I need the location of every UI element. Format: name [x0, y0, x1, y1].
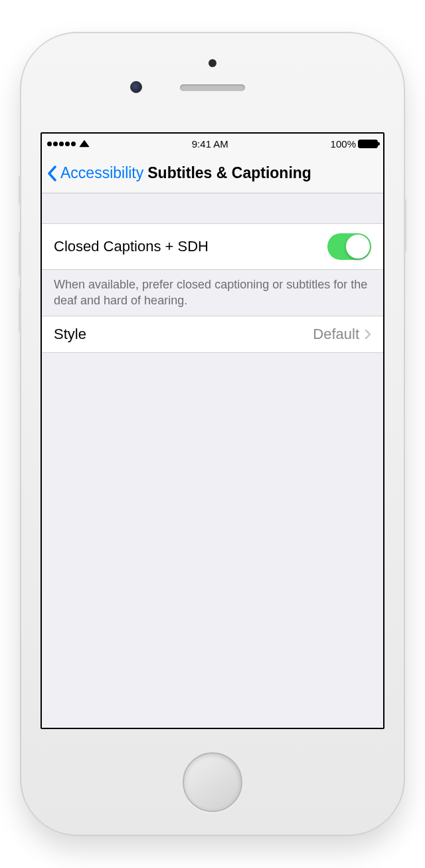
toggle-knob: [346, 235, 370, 259]
status-right: 100%: [331, 138, 378, 150]
chevron-right-icon: [365, 329, 371, 340]
chevron-left-icon: [47, 165, 58, 181]
signal-strength-icon: [47, 142, 76, 146]
wifi-icon: [79, 140, 90, 148]
volume-down-button: [19, 288, 21, 332]
earpiece-speaker: [180, 84, 245, 91]
section-spacer: [42, 193, 383, 223]
status-time: 9:41 AM: [192, 138, 228, 150]
phone-frame: 9:41 AM 100% Accessibility Subtitles & C…: [20, 32, 405, 836]
page-title: Subtitles & Captioning: [147, 164, 311, 182]
closed-captions-footer: When available, prefer closed captioning…: [42, 270, 383, 316]
home-button[interactable]: [183, 752, 242, 812]
back-label: Accessibility: [60, 164, 143, 182]
style-label: Style: [54, 326, 86, 343]
navigation-bar: Accessibility Subtitles & Captioning: [42, 154, 383, 193]
closed-captions-toggle[interactable]: [327, 233, 371, 260]
content-area: Closed Captions + SDH When available, pr…: [42, 193, 383, 728]
style-row[interactable]: Style Default: [42, 316, 383, 353]
proximity-sensor: [209, 59, 216, 67]
volume-up-button: [19, 232, 21, 276]
closed-captions-row: Closed Captions + SDH: [42, 223, 383, 270]
closed-captions-label: Closed Captions + SDH: [54, 238, 209, 255]
battery-percent: 100%: [331, 138, 356, 150]
battery-icon: [358, 140, 378, 148]
style-value-wrap: Default: [313, 326, 371, 343]
status-left: [47, 140, 90, 148]
power-button: [404, 199, 406, 252]
back-button[interactable]: Accessibility: [47, 164, 143, 182]
front-camera: [130, 81, 142, 93]
status-bar: 9:41 AM 100%: [42, 134, 383, 154]
style-value: Default: [313, 326, 359, 343]
screen: 9:41 AM 100% Accessibility Subtitles & C…: [41, 132, 384, 729]
mute-switch: [19, 175, 21, 205]
